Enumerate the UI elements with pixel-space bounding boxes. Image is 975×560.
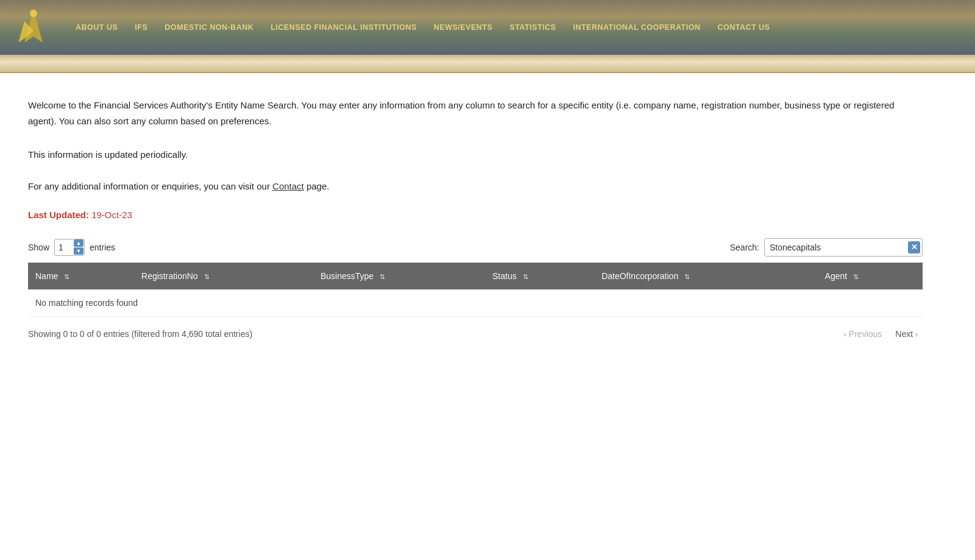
col-name-label: Name xyxy=(35,271,58,281)
next-chevron: › xyxy=(915,330,918,339)
main-content: Welcome to the Financial Services Author… xyxy=(0,73,951,378)
nav-domestic-non-bank[interactable]: DOMESTIC NON-BANK xyxy=(156,23,262,32)
entries-label: entries xyxy=(90,243,115,252)
next-button[interactable]: Next › xyxy=(890,327,923,341)
entries-down-btn[interactable]: ▼ xyxy=(74,247,83,255)
search-input[interactable] xyxy=(764,238,923,257)
col-date-label: DateOfIncorporation xyxy=(601,271,678,281)
svg-point-2 xyxy=(30,10,37,17)
prev-chevron: ‹ xyxy=(844,330,846,339)
prev-button[interactable]: ‹ Previous xyxy=(839,327,887,341)
entries-up-btn[interactable]: ▲ xyxy=(74,239,83,247)
main-nav: ABOUT US IFS DOMESTIC NON-BANK LICENSED … xyxy=(67,23,778,32)
nav-international[interactable]: INTERNATIONAL COOPERATION xyxy=(564,23,709,32)
contact-text-after: page. xyxy=(304,181,330,191)
search-control: Search: ✕ xyxy=(730,238,923,257)
show-label: Show xyxy=(28,243,49,252)
last-updated-value: 19-Oct-23 xyxy=(91,210,132,220)
pagination-buttons: ‹ Previous Next › xyxy=(839,327,923,341)
col-status[interactable]: Status ⇅ xyxy=(485,263,594,289)
entity-table: Name ⇅ RegistrationNo ⇅ BusinessType ⇅ S… xyxy=(28,263,923,317)
pagination-row: Showing 0 to 0 of 0 entries (filtered fr… xyxy=(28,327,923,341)
site-header: ABOUT US IFS DOMESTIC NON-BANK LICENSED … xyxy=(0,0,975,55)
col-agent-label: Agent xyxy=(825,271,848,281)
contact-paragraph: For any additional information or enquir… xyxy=(28,181,923,191)
col-registration-sort: ⇅ xyxy=(204,273,210,281)
nav-statistics[interactable]: STATISTICS xyxy=(501,23,564,32)
intro-paragraph-1: Welcome to the Financial Services Author… xyxy=(28,97,923,129)
col-business-type-sort: ⇅ xyxy=(380,273,385,281)
nav-contact-us[interactable]: CONTACT US xyxy=(709,23,778,32)
search-input-wrap: ✕ xyxy=(764,238,923,257)
next-label: Next xyxy=(895,329,913,339)
contact-text-before: For any additional information or enquir… xyxy=(28,181,272,191)
table-header-row: Name ⇅ RegistrationNo ⇅ BusinessType ⇅ S… xyxy=(28,263,923,289)
last-updated-label: Last Updated: xyxy=(28,210,89,220)
table-body: No matching records found xyxy=(28,289,923,317)
show-entries-control: Show ▲ ▼ entries xyxy=(28,239,115,256)
hero-strip xyxy=(0,55,975,73)
prev-label: Previous xyxy=(849,329,882,339)
entries-select-wrap: ▲ ▼ xyxy=(54,239,85,256)
table-header: Name ⇅ RegistrationNo ⇅ BusinessType ⇅ S… xyxy=(28,263,923,289)
col-name[interactable]: Name ⇅ xyxy=(28,263,134,289)
col-date[interactable]: DateOfIncorporation ⇅ xyxy=(594,263,817,289)
search-clear-button[interactable]: ✕ xyxy=(908,241,920,253)
search-label: Search: xyxy=(730,243,759,252)
col-status-label: Status xyxy=(492,271,517,281)
site-logo xyxy=(12,6,55,49)
nav-licensed-financial[interactable]: LICENSED FINANCIAL INSTITUTIONS xyxy=(262,23,425,32)
no-records-cell: No matching records found xyxy=(28,289,923,317)
contact-link[interactable]: Contact xyxy=(272,181,304,191)
last-updated: Last Updated: 19-Oct-23 xyxy=(28,210,923,220)
col-agent-sort: ⇅ xyxy=(853,273,859,281)
col-business-type[interactable]: BusinessType ⇅ xyxy=(313,263,485,289)
table-row: No matching records found xyxy=(28,289,923,317)
col-registration-label: RegistrationNo xyxy=(141,271,198,281)
col-status-sort: ⇅ xyxy=(523,273,528,281)
entries-spinner: ▲ ▼ xyxy=(74,239,83,255)
col-name-sort: ⇅ xyxy=(64,273,69,281)
nav-about-us[interactable]: ABOUT US xyxy=(67,23,126,32)
intro-paragraph-2: This information is updated periodically… xyxy=(28,147,923,163)
nav-news-events[interactable]: NEWS/EVENTS xyxy=(425,23,502,32)
col-date-sort: ⇅ xyxy=(684,273,690,281)
col-agent[interactable]: Agent ⇅ xyxy=(818,263,923,289)
table-controls: Show ▲ ▼ entries Search: ✕ xyxy=(28,238,923,257)
col-registration[interactable]: RegistrationNo ⇅ xyxy=(134,263,313,289)
nav-ifs[interactable]: IFS xyxy=(126,23,156,32)
col-business-type-label: BusinessType xyxy=(321,271,374,281)
showing-text: Showing 0 to 0 of 0 entries (filtered fr… xyxy=(28,329,252,339)
